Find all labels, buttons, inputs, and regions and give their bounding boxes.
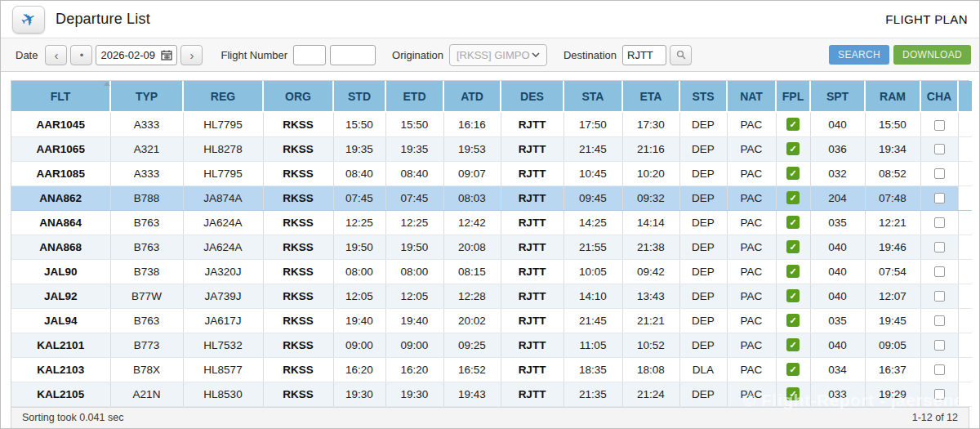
cell-nat: PAC <box>727 357 776 382</box>
column-header-eta[interactable]: ETA <box>622 81 679 112</box>
cell-reg: HL8278 <box>183 136 263 161</box>
cell-cha[interactable] <box>920 185 958 210</box>
cha-checkbox[interactable] <box>934 242 945 252</box>
cell-std: 15:50 <box>333 112 385 136</box>
cell-etd: 15:50 <box>385 112 443 136</box>
column-header-atd[interactable]: ATD <box>443 81 501 112</box>
cell-reg: JA739J <box>183 284 263 308</box>
table-row[interactable]: AAR1045A333HL7795RKSS15:5015:5016:16RJTT… <box>11 112 972 136</box>
cha-checkbox[interactable] <box>934 120 945 131</box>
cell-cha[interactable] <box>920 136 958 161</box>
table-row[interactable]: JAL90B738JA320JRKSS08:0008:0008:15RJTT10… <box>11 259 972 284</box>
departure-table: FLTTYPREGORGSTDETDATDDESSTAETASTSNATFPLS… <box>11 81 972 407</box>
column-header-sts[interactable]: STS <box>679 81 727 112</box>
cell-flt: ANA862 <box>11 185 110 210</box>
cell-typ: A321 <box>110 136 183 161</box>
date-input[interactable] <box>100 49 161 61</box>
cell-cha[interactable] <box>920 259 958 284</box>
cha-checkbox[interactable] <box>934 168 945 179</box>
page-header: ✈ Departure List FLIGHT PLAN <box>1 1 979 38</box>
filter-toolbar: Date ‹ • › Flight Number Origination [RK… <box>1 38 979 72</box>
date-today-button[interactable]: • <box>70 45 92 65</box>
cell-ram: 09:05 <box>865 333 920 357</box>
table-row[interactable]: ANA862B788JA874ARKSS07:4507:4508:03RJTT0… <box>11 185 972 210</box>
column-header-fpl[interactable]: FPL <box>776 81 810 112</box>
cell-spt: 040 <box>810 284 865 308</box>
cell-eta: 21:16 <box>622 136 679 161</box>
destination-input[interactable] <box>622 45 666 65</box>
app-icon-button[interactable]: ✈ <box>12 6 45 34</box>
cell-ram: 19:29 <box>865 382 920 406</box>
cell-fpl: ✓ <box>776 284 810 308</box>
fpl-checked-icon: ✓ <box>786 142 800 155</box>
table-row[interactable]: AAR1065A321HL8278RKSS19:3519:3519:53RJTT… <box>11 136 972 161</box>
cha-checkbox[interactable] <box>934 340 945 351</box>
table-row[interactable]: JAL92B77WJA739JRKSS12:0512:0512:28RJTT14… <box>11 284 972 308</box>
cell-atd: 08:03 <box>443 185 501 210</box>
cell-org: RKSS <box>263 235 333 259</box>
cell-cha[interactable] <box>920 235 958 259</box>
scrollbar-spacer-cell <box>958 308 972 333</box>
search-button[interactable]: SEARCH <box>829 45 889 65</box>
cha-checkbox[interactable] <box>934 291 945 302</box>
column-header-spt[interactable]: SPT <box>810 81 865 112</box>
cell-cha[interactable] <box>920 161 958 185</box>
flight-number-input[interactable] <box>330 45 376 65</box>
column-header-std[interactable]: STD <box>333 81 385 112</box>
table-row[interactable]: KAL2105A21NHL8530RKSS19:3019:3019:43RJTT… <box>11 382 972 406</box>
table-row[interactable]: KAL2101B773HL7532RKSS09:0009:0009:25RJTT… <box>11 333 972 357</box>
origination-select[interactable]: [RKSS] GIMPO <box>449 44 547 66</box>
cell-cha[interactable] <box>920 284 958 308</box>
date-prev-button[interactable]: ‹ <box>45 45 67 65</box>
cell-des: RJTT <box>501 308 564 333</box>
column-header-des[interactable]: DES <box>501 81 564 112</box>
date-next-button[interactable]: › <box>180 45 203 65</box>
cell-cha[interactable] <box>920 112 958 136</box>
cell-flt: JAL94 <box>11 308 110 333</box>
cell-typ: B77W <box>110 284 183 308</box>
column-header-org[interactable]: ORG <box>263 81 333 112</box>
table-row[interactable]: KAL2103B78XHL8577RKSS16:2016:2016:52RJTT… <box>11 357 972 382</box>
cell-cha[interactable] <box>920 308 958 333</box>
cell-eta: 21:24 <box>622 382 679 406</box>
cha-checkbox[interactable] <box>934 364 945 375</box>
cha-checkbox[interactable] <box>934 193 945 203</box>
column-header-etd[interactable]: ETD <box>385 81 443 112</box>
scrollbar-spacer-cell <box>958 210 972 235</box>
cell-std: 19:35 <box>333 136 385 161</box>
table-row[interactable]: JAL94B763JA617JRKSS19:4019:4020:02RJTT21… <box>11 308 972 333</box>
table-row[interactable]: ANA868B763JA624ARKSS19:5019:5020:08RJTT2… <box>11 235 972 259</box>
cha-checkbox[interactable] <box>934 144 945 154</box>
cell-cha[interactable] <box>920 357 958 382</box>
cell-sta: 10:05 <box>564 259 622 284</box>
download-button[interactable]: DOWNLOAD <box>893 45 971 65</box>
column-header-flt[interactable]: FLT <box>11 81 110 112</box>
cell-flt: KAL2103 <box>11 357 110 382</box>
cell-cha[interactable] <box>920 210 958 235</box>
table-row[interactable]: ANA864B763JA624ARKSS12:2512:2512:42RJTT1… <box>11 210 972 235</box>
calendar-icon[interactable] <box>161 50 172 60</box>
cha-checkbox[interactable] <box>934 315 945 326</box>
cha-checkbox[interactable] <box>934 266 945 277</box>
cell-fpl: ✓ <box>776 382 810 406</box>
cell-sta: 21:45 <box>564 136 622 161</box>
flight-number-carrier-input[interactable] <box>293 45 326 65</box>
column-header-cha[interactable]: CHA <box>920 81 958 112</box>
fpl-checked-icon: ✓ <box>786 289 800 302</box>
column-header-reg[interactable]: REG <box>183 81 263 112</box>
column-header-ram[interactable]: RAM <box>865 81 920 112</box>
cell-std: 19:30 <box>333 382 385 406</box>
cell-cha[interactable] <box>920 333 958 357</box>
cell-ram: 19:45 <box>865 308 920 333</box>
cha-checkbox[interactable] <box>934 389 945 400</box>
cell-reg: HL7795 <box>183 161 263 185</box>
column-header-nat[interactable]: NAT <box>727 81 776 112</box>
column-header-typ[interactable]: TYP <box>110 81 183 112</box>
column-header-sta[interactable]: STA <box>564 81 622 112</box>
cell-nat: PAC <box>727 235 776 259</box>
destination-search-button[interactable] <box>670 45 692 65</box>
table-row[interactable]: AAR1085A333HL7795RKSS08:4008:4009:07RJTT… <box>11 161 972 185</box>
cha-checkbox[interactable] <box>934 217 945 228</box>
cell-org: RKSS <box>263 161 333 185</box>
cell-cha[interactable] <box>920 382 958 406</box>
